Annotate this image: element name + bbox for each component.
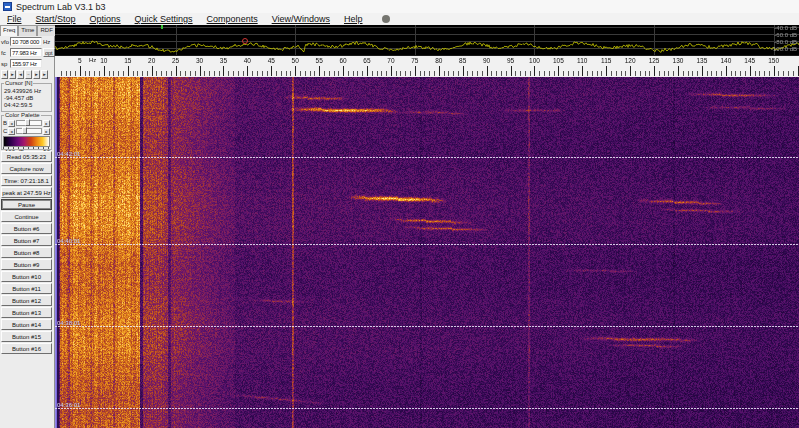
menu-item-quick-settings[interactable]: Quick Settings: [128, 14, 200, 24]
freq-minor-tick: [520, 71, 521, 76]
spectrum-graph-canvas[interactable]: [55, 25, 799, 55]
tab-freq[interactable]: Freq: [0, 25, 18, 36]
slider-left-arrow[interactable]: ◄: [8, 128, 15, 135]
panel-button-peak-at-247-59-hz[interactable]: peak at 247.59 Hz: [1, 187, 52, 198]
panel-button-button-10[interactable]: Button #10: [1, 271, 52, 282]
panel-button-button-13[interactable]: Button #13: [1, 307, 52, 318]
freq-minor-tick: [434, 71, 435, 76]
field-button-opt[interactable]: opt: [43, 48, 55, 57]
freq-unit-label: Hz: [89, 57, 96, 63]
freq-minor-tick: [673, 71, 674, 76]
panel-button-button-15[interactable]: Button #15: [1, 331, 52, 342]
freq-tick-label: 35: [220, 57, 227, 64]
slider-right-arrow[interactable]: ►: [43, 120, 50, 127]
panel-button-button-8[interactable]: Button #8: [1, 247, 52, 258]
menu-item-help[interactable]: Help: [337, 14, 370, 24]
freq-tick-label: 65: [363, 57, 370, 64]
panel-button-continue[interactable]: Continue: [1, 211, 52, 222]
freq-tick-label: 115: [601, 57, 611, 64]
freq-minor-tick: [310, 71, 311, 76]
freq-minor-tick: [668, 71, 669, 76]
panel-button-button-7[interactable]: Button #7: [1, 235, 52, 246]
freq-minor-tick: [611, 71, 612, 76]
freq-major-tick: [367, 66, 368, 76]
freq-minor-tick: [161, 71, 162, 76]
menu-item-start-stop[interactable]: Start/Stop: [29, 14, 83, 24]
panel-button-button-11[interactable]: Button #11: [1, 283, 52, 294]
freq-minor-tick: [420, 71, 421, 76]
freq-minor-tick: [329, 71, 330, 76]
palette-sliders: B◄►C◄►: [2, 116, 51, 135]
freq-minor-tick: [745, 71, 746, 76]
tab-rdf[interactable]: RDF: [37, 25, 55, 36]
freq-major-tick: [606, 66, 607, 76]
panel-button-time-07-21-18-1[interactable]: Time: 07:21:18.1: [1, 175, 52, 186]
spinner-button-0[interactable]: ◄: [1, 70, 8, 79]
panel-button-button-9[interactable]: Button #9: [1, 259, 52, 270]
freq-major-tick: [702, 66, 703, 76]
freq-minor-tick: [156, 71, 157, 76]
slider-left-arrow[interactable]: ◄: [8, 120, 15, 127]
palette-slider-c: C◄►: [2, 127, 51, 135]
freq-minor-tick: [424, 71, 425, 76]
freq-minor-tick: [305, 71, 306, 76]
menu-item-components[interactable]: Components: [200, 14, 265, 24]
panel-button-button-14[interactable]: Button #14: [1, 319, 52, 330]
freq-minor-tick: [735, 71, 736, 76]
freq-minor-tick: [496, 71, 497, 76]
panel-button-read-05-35-23[interactable]: Read 05:35:23: [1, 151, 52, 162]
freq-major-tick: [104, 66, 105, 76]
spinner-button-3[interactable]: −: [25, 70, 32, 79]
menu-item-options[interactable]: Options: [83, 14, 128, 24]
panel-button-capture-now[interactable]: Capture now: [1, 163, 52, 174]
menu-item-view-windows[interactable]: View/Windows: [265, 14, 337, 24]
field-input-fc[interactable]: [10, 48, 42, 57]
freq-minor-tick: [692, 71, 693, 76]
freq-minor-tick: [472, 71, 473, 76]
tab-time[interactable]: Time: [18, 25, 37, 36]
spinner-button-2[interactable]: ◄: [17, 70, 24, 79]
freq-minor-tick: [793, 71, 794, 76]
panel-button-pause[interactable]: Pause: [1, 199, 52, 210]
freq-minor-tick: [66, 71, 67, 76]
freq-minor-tick: [731, 71, 732, 76]
freq-minor-tick: [147, 71, 148, 76]
waterfall-canvas[interactable]: [55, 77, 799, 428]
freq-minor-tick: [769, 71, 770, 76]
panel-button-button-16[interactable]: Button #16: [1, 343, 52, 354]
freq-minor-tick: [94, 71, 95, 76]
frequency-ruler[interactable]: 5101520253035404550556065707580859095100…: [55, 55, 799, 77]
freq-major-tick: [630, 66, 631, 76]
freq-minor-tick: [740, 71, 741, 76]
menu-item-file[interactable]: File: [0, 14, 29, 24]
freq-minor-tick: [587, 71, 588, 76]
freq-minor-tick: [276, 71, 277, 76]
freq-minor-tick: [281, 71, 282, 76]
freq-minor-tick: [716, 71, 717, 76]
freq-tick-label: 50: [292, 57, 299, 64]
freq-tick-label: 30: [196, 57, 203, 64]
freq-minor-tick: [362, 71, 363, 76]
slider-thumb[interactable]: [22, 127, 27, 134]
freq-minor-tick: [549, 71, 550, 76]
freq-minor-tick: [166, 71, 167, 76]
field-input-sp[interactable]: [10, 59, 42, 68]
slider-track-b[interactable]: [16, 120, 42, 126]
freq-minor-tick: [711, 71, 712, 76]
panel-button-button-6[interactable]: Button #6: [1, 223, 52, 234]
freq-minor-tick: [645, 71, 646, 76]
spinner-button-1[interactable]: ►: [9, 70, 16, 79]
freq-tick-label: 95: [507, 57, 514, 64]
spinner-button-5[interactable]: ►: [41, 70, 48, 79]
freq-major-tick: [271, 66, 272, 76]
field-input-vfo[interactable]: [10, 37, 42, 46]
slider-track-c[interactable]: [16, 128, 42, 134]
slider-right-arrow[interactable]: ►: [43, 128, 50, 135]
slider-thumb[interactable]: [25, 119, 30, 126]
spinner-button-4[interactable]: ►: [33, 70, 40, 79]
freq-minor-tick: [501, 71, 502, 76]
freq-minor-tick: [759, 71, 760, 76]
panel-button-button-12[interactable]: Button #12: [1, 295, 52, 306]
palette-gradient-bar[interactable]: [3, 136, 50, 147]
freq-major-tick: [128, 66, 129, 76]
